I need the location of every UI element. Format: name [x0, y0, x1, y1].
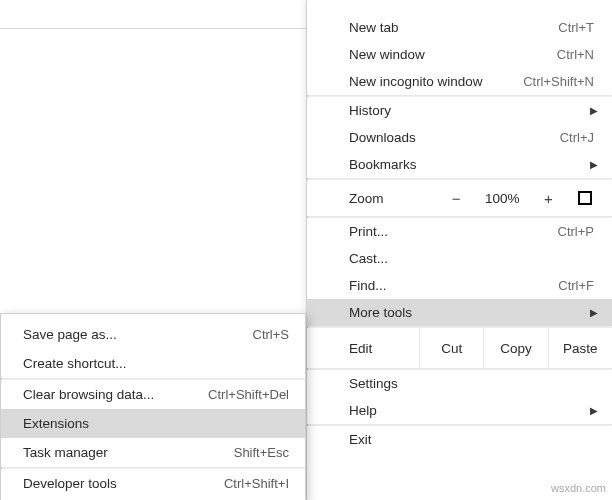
menu-label: Find...: [349, 278, 558, 293]
menu-item-help[interactable]: Help ▶: [307, 397, 612, 424]
menu-item-print[interactable]: Print... Ctrl+P: [307, 218, 612, 245]
zoom-out-button[interactable]: −: [437, 184, 475, 212]
menu-label: More tools: [349, 305, 594, 320]
submenu-shortcut: Ctrl+Shift+Del: [208, 387, 289, 402]
submenu-item-task-manager[interactable]: Task manager Shift+Esc: [1, 438, 305, 467]
submenu-item-create-shortcut[interactable]: Create shortcut...: [1, 349, 305, 378]
submenu-shortcut: Ctrl+S: [253, 327, 289, 342]
menu-item-settings[interactable]: Settings: [307, 370, 612, 397]
menu-label: Print...: [349, 224, 558, 239]
menu-label: New window: [349, 47, 557, 62]
submenu-shortcut: Shift+Esc: [234, 445, 289, 460]
cut-button[interactable]: Cut: [419, 328, 483, 368]
paste-button[interactable]: Paste: [548, 328, 612, 368]
menu-item-new-window[interactable]: New window Ctrl+N: [307, 41, 612, 68]
menu-item-cast[interactable]: Cast...: [307, 245, 612, 272]
copy-button[interactable]: Copy: [483, 328, 547, 368]
submenu-item-developer-tools[interactable]: Developer tools Ctrl+Shift+I: [1, 469, 305, 498]
edit-label: Edit: [349, 328, 419, 368]
menu-item-new-incognito[interactable]: New incognito window Ctrl+Shift+N: [307, 68, 612, 95]
menu-label: Settings: [349, 376, 594, 391]
submenu-shortcut: Ctrl+Shift+I: [224, 476, 289, 491]
menu-shortcut: Ctrl+P: [558, 224, 594, 239]
chevron-right-icon: ▶: [590, 405, 598, 416]
submenu-label: Task manager: [23, 445, 234, 460]
menu-item-more-tools[interactable]: More tools ▶: [307, 299, 612, 326]
submenu-item-save-page[interactable]: Save page as... Ctrl+S: [1, 320, 305, 349]
menu-label: Cast...: [349, 251, 594, 266]
menu-label: Help: [349, 403, 594, 418]
menu-item-new-tab[interactable]: New tab Ctrl+T: [307, 14, 612, 41]
submenu-label: Clear browsing data...: [23, 387, 208, 402]
more-tools-submenu: Save page as... Ctrl+S Create shortcut..…: [0, 313, 306, 500]
menu-item-exit[interactable]: Exit: [307, 426, 612, 453]
fullscreen-icon: [578, 191, 592, 205]
menu-item-downloads[interactable]: Downloads Ctrl+J: [307, 124, 612, 151]
zoom-value: 100%: [475, 191, 529, 206]
chevron-right-icon: ▶: [590, 307, 598, 318]
menu-label: New tab: [349, 20, 558, 35]
fullscreen-button[interactable]: [567, 184, 602, 212]
submenu-item-clear-data[interactable]: Clear browsing data... Ctrl+Shift+Del: [1, 380, 305, 409]
zoom-in-button[interactable]: +: [529, 184, 567, 212]
submenu-label: Developer tools: [23, 476, 224, 491]
menu-shortcut: Ctrl+J: [560, 130, 594, 145]
menu-shortcut: Ctrl+N: [557, 47, 594, 62]
watermark: wsxdn.com: [551, 482, 606, 494]
menu-item-find[interactable]: Find... Ctrl+F: [307, 272, 612, 299]
menu-label: History: [349, 103, 594, 118]
submenu-label: Create shortcut...: [23, 356, 289, 371]
menu-item-bookmarks[interactable]: Bookmarks ▶: [307, 151, 612, 178]
menu-shortcut: Ctrl+Shift+N: [523, 74, 594, 89]
menu-item-history[interactable]: History ▶: [307, 97, 612, 124]
menu-label: Bookmarks: [349, 157, 594, 172]
menu-edit-row: Edit Cut Copy Paste: [307, 328, 612, 368]
page-divider: [0, 28, 306, 29]
menu-shortcut: Ctrl+F: [558, 278, 594, 293]
zoom-label: Zoom: [349, 191, 437, 206]
menu-shortcut: Ctrl+T: [558, 20, 594, 35]
chevron-right-icon: ▶: [590, 159, 598, 170]
menu-label: Downloads: [349, 130, 560, 145]
submenu-label: Extensions: [23, 416, 289, 431]
menu-label: New incognito window: [349, 74, 523, 89]
chevron-right-icon: ▶: [590, 105, 598, 116]
main-menu: New tab Ctrl+T New window Ctrl+N New inc…: [306, 0, 612, 500]
submenu-label: Save page as...: [23, 327, 253, 342]
menu-zoom-row: Zoom − 100% +: [307, 180, 612, 216]
menu-label: Exit: [349, 432, 594, 447]
submenu-item-extensions[interactable]: Extensions: [1, 409, 305, 438]
